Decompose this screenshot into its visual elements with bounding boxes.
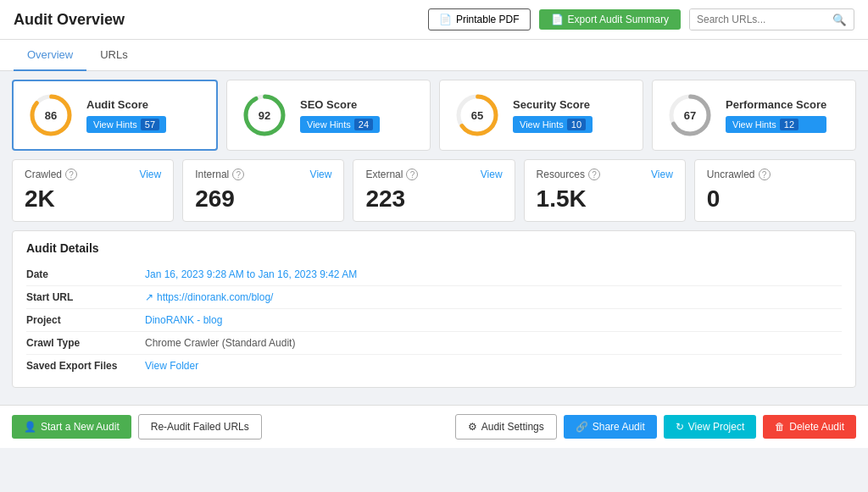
- search-wrap: 🔍: [689, 8, 854, 30]
- stat-header: Uncrawled ?: [707, 169, 843, 180]
- tab-overview[interactable]: Overview: [14, 40, 86, 71]
- donut-chart: 86: [27, 91, 75, 139]
- stat-view-link[interactable]: View: [481, 169, 503, 180]
- stat-value: 0: [707, 185, 843, 213]
- view-hints-button[interactable]: View Hints 12: [726, 116, 826, 133]
- stat-value: 2K: [25, 185, 161, 213]
- share-icon: 🔗: [576, 421, 588, 433]
- score-info: Performance Score View Hints 12: [726, 98, 826, 133]
- detail-value: DinoRANK - blog: [145, 314, 222, 326]
- donut-value: 67: [684, 109, 696, 122]
- detail-key: Project: [26, 314, 145, 326]
- donut-chart: 67: [666, 91, 714, 139]
- start-new-audit-button[interactable]: 👤 Start a New Audit: [12, 415, 131, 439]
- donut-value: 86: [45, 109, 57, 122]
- stat-title-wrap: Resources ?: [537, 169, 600, 180]
- stats-row: Crawled ? View 2K Internal ? View 269 Ex…: [12, 159, 856, 222]
- stat-label: Resources: [537, 169, 585, 180]
- stat-view-link[interactable]: View: [139, 169, 161, 180]
- donut-chart: 65: [453, 91, 501, 139]
- external-link-icon: ↗: [145, 291, 153, 303]
- audit-details-title: Audit Details: [26, 241, 842, 255]
- donut-chart: 92: [241, 91, 288, 139]
- stat-view-link[interactable]: View: [651, 169, 673, 180]
- export-audit-button[interactable]: 📄 Export Audit Summary: [539, 9, 681, 30]
- stat-header: Internal ? View: [195, 169, 331, 180]
- detail-row: Crawl TypeChrome Crawler (Standard Audit…: [26, 332, 842, 355]
- printable-pdf-button[interactable]: 📄 Printable PDF: [428, 8, 531, 30]
- stat-card-external: External ? View 223: [353, 159, 515, 222]
- detail-value: ↗https://dinorank.com/blog/: [145, 291, 273, 303]
- score-row: 86 Audit Score View Hints 57 92 SEO Scor…: [12, 80, 856, 151]
- audit-details-card: Audit Details DateJan 16, 2023 9:28 AM t…: [12, 230, 856, 388]
- hints-badge: 10: [567, 119, 586, 130]
- help-icon: ?: [759, 169, 771, 180]
- audit-settings-button[interactable]: ⚙ Audit Settings: [455, 414, 557, 439]
- stat-value: 269: [195, 185, 331, 213]
- trash-icon: 🗑: [775, 421, 785, 433]
- stat-value: 223: [365, 185, 502, 213]
- stat-label: Internal: [195, 169, 229, 180]
- stat-card-internal: Internal ? View 269: [182, 159, 344, 222]
- stat-title-wrap: External ?: [365, 169, 418, 180]
- view-hints-button[interactable]: View Hints 57: [86, 116, 166, 133]
- donut-value: 65: [471, 109, 483, 122]
- pdf-icon: 📄: [439, 14, 452, 25]
- main-content: 86 Audit Score View Hints 57 92 SEO Scor…: [0, 71, 868, 405]
- gear-icon: ⚙: [468, 421, 477, 433]
- stat-title-wrap: Uncrawled ?: [707, 169, 771, 180]
- score-label: Performance Score: [726, 98, 826, 111]
- project-link[interactable]: View Folder: [145, 360, 198, 372]
- score-label: Audit Score: [86, 98, 166, 111]
- score-label: SEO Score: [300, 98, 380, 111]
- score-info: Security Score View Hints 10: [513, 98, 593, 133]
- detail-row: DateJan 16, 2023 9:28 AM to Jan 16, 2023…: [26, 263, 842, 286]
- view-hints-button[interactable]: View Hints 10: [513, 116, 593, 133]
- help-icon: ?: [588, 169, 600, 180]
- search-input[interactable]: [690, 9, 826, 30]
- project-link[interactable]: DinoRANK - blog: [145, 314, 222, 326]
- stat-view-link[interactable]: View: [310, 169, 332, 180]
- score-label: Security Score: [513, 98, 593, 111]
- stat-card-uncrawled: Uncrawled ? 0: [694, 159, 856, 222]
- score-info: Audit Score View Hints 57: [86, 98, 166, 133]
- score-card-security-score: 65 Security Score View Hints 10: [439, 80, 643, 151]
- detail-value: Chrome Crawler (Standard Audit): [145, 337, 295, 349]
- refresh-icon: ↻: [676, 421, 684, 433]
- stat-label: Uncrawled: [707, 169, 755, 180]
- delete-audit-button[interactable]: 🗑 Delete Audit: [763, 415, 856, 439]
- share-audit-button[interactable]: 🔗 Share Audit: [564, 415, 657, 439]
- hints-badge: 12: [780, 119, 798, 130]
- stat-label: Crawled: [25, 169, 62, 180]
- detail-key: Saved Export Files: [26, 360, 145, 372]
- detail-key: Date: [26, 268, 145, 280]
- footer-bar: 👤 Start a New Audit Re-Audit Failed URLs…: [0, 405, 868, 448]
- person-icon: 👤: [24, 421, 36, 433]
- top-bar: Audit Overview 📄 Printable PDF 📄 Export …: [0, 0, 868, 40]
- export-icon: 📄: [551, 14, 564, 25]
- donut-value: 92: [259, 109, 270, 122]
- stat-header: Resources ? View: [537, 169, 673, 180]
- stat-card-resources: Resources ? View 1.5K: [524, 159, 686, 222]
- help-icon: ?: [232, 169, 244, 180]
- hints-badge: 24: [354, 119, 373, 130]
- help-icon: ?: [65, 169, 77, 180]
- score-info: SEO Score View Hints 24: [300, 98, 380, 133]
- reaudit-failed-button[interactable]: Re-Audit Failed URLs: [138, 414, 262, 439]
- detail-value: Jan 16, 2023 9:28 AM to Jan 16, 2023 9:4…: [145, 268, 357, 280]
- view-hints-button[interactable]: View Hints 24: [300, 116, 380, 133]
- stat-header: External ? View: [365, 169, 502, 180]
- stat-title-wrap: Crawled ?: [25, 169, 77, 180]
- view-project-button[interactable]: ↻ View Project: [664, 415, 756, 439]
- search-icon-button[interactable]: 🔍: [826, 10, 854, 30]
- hints-badge: 57: [141, 119, 159, 130]
- page-title: Audit Overview: [14, 11, 420, 29]
- start-url-link[interactable]: https://dinorank.com/blog/: [157, 291, 273, 303]
- stat-value: 1.5K: [537, 185, 673, 213]
- score-card-performance-score: 67 Performance Score View Hints 12: [652, 80, 856, 151]
- detail-row: Start URL↗https://dinorank.com/blog/: [26, 286, 842, 309]
- stat-card-crawled: Crawled ? View 2K: [12, 159, 174, 222]
- detail-key: Crawl Type: [26, 337, 145, 349]
- tab-urls[interactable]: URLs: [86, 40, 142, 71]
- detail-row: ProjectDinoRANK - blog: [26, 309, 842, 332]
